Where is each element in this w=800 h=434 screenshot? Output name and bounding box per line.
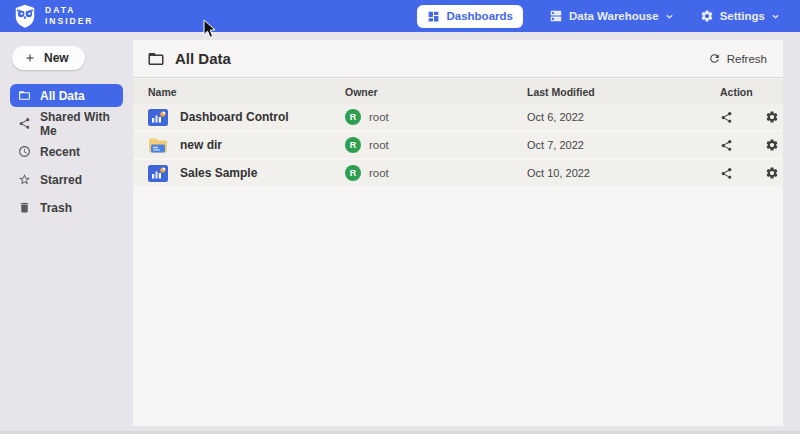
dashboards-button[interactable]: Dashboards <box>417 5 522 28</box>
owner-avatar: R <box>345 165 361 181</box>
column-header-owner: Owner <box>345 86 527 98</box>
dashboards-label: Dashboards <box>446 10 512 22</box>
gear-icon <box>765 166 779 180</box>
app-logo: DATA INSIDER <box>12 3 93 29</box>
column-header-action: Action <box>720 86 769 98</box>
table-row[interactable]: Dashboard Control R root Oct 6, 2022 <box>133 104 783 130</box>
owl-logo-icon <box>12 3 38 29</box>
column-header-name: Name <box>148 86 345 98</box>
dashboard-file-icon <box>148 109 168 126</box>
owner-avatar: R <box>345 137 361 153</box>
page-title: All Data <box>175 50 231 67</box>
folder-file-icon <box>148 137 168 154</box>
logo-wordmark: DATA INSIDER <box>45 5 93 26</box>
gear-icon <box>765 138 779 152</box>
table-row[interactable]: new dir R root Oct 7, 2022 <box>133 132 783 158</box>
plus-icon <box>24 52 36 64</box>
sidebar-item-all-data[interactable]: All Data <box>10 84 123 107</box>
owner-name: root <box>369 139 389 151</box>
table-row[interactable]: Sales Sample R root Oct 10, 2022 <box>133 160 783 186</box>
trash-icon <box>18 201 31 214</box>
file-name: Dashboard Control <box>180 110 289 124</box>
folder-icon <box>18 89 31 102</box>
chevron-down-icon <box>771 12 780 21</box>
top-bar: DATA INSIDER Dashboards Data Warehouse S… <box>0 0 800 32</box>
owner-avatar: R <box>345 109 361 125</box>
database-icon <box>549 9 563 23</box>
settings-menu[interactable]: Settings <box>700 9 780 23</box>
sidebar: New All Data Shared With Me Recent Starr… <box>0 32 133 434</box>
file-name: new dir <box>180 138 222 152</box>
sidebar-item-label: Trash <box>40 201 72 215</box>
top-navigation: Dashboards Data Warehouse Settings <box>417 5 788 28</box>
star-icon <box>18 173 31 186</box>
last-modified-date: Oct 6, 2022 <box>527 111 720 123</box>
last-modified-date: Oct 10, 2022 <box>527 167 720 179</box>
dashboard-file-icon <box>148 165 168 182</box>
main-content-card: All Data Refresh Name Owner Last Modifie… <box>133 40 783 426</box>
share-icon <box>720 139 733 152</box>
share-icon <box>720 167 733 180</box>
settings-label: Settings <box>720 10 765 22</box>
refresh-icon <box>708 52 721 65</box>
clock-icon <box>18 145 31 158</box>
sidebar-item-label: Recent <box>40 145 80 159</box>
owner-name: root <box>369 167 389 179</box>
sidebar-item-trash[interactable]: Trash <box>10 196 123 219</box>
table-header-row: Name Owner Last Modified Action <box>133 79 783 104</box>
folder-icon <box>147 50 165 68</box>
sidebar-item-shared-with-me[interactable]: Shared With Me <box>10 112 123 135</box>
gear-icon <box>765 110 779 124</box>
share-button[interactable] <box>720 139 733 152</box>
dashboard-icon <box>427 10 440 23</box>
share-icon <box>720 111 733 124</box>
row-settings-button[interactable] <box>765 138 779 152</box>
file-name: Sales Sample <box>180 166 257 180</box>
row-settings-button[interactable] <box>765 166 779 180</box>
sidebar-item-recent[interactable]: Recent <box>10 140 123 163</box>
refresh-button[interactable]: Refresh <box>708 52 767 65</box>
sidebar-item-starred[interactable]: Starred <box>10 168 123 191</box>
last-modified-date: Oct 7, 2022 <box>527 139 720 151</box>
sidebar-item-label: All Data <box>40 89 85 103</box>
column-header-last-modified: Last Modified <box>527 86 720 98</box>
sidebar-item-label: Starred <box>40 173 82 187</box>
new-button[interactable]: New <box>12 46 85 70</box>
refresh-label: Refresh <box>727 53 767 65</box>
new-button-label: New <box>44 51 69 65</box>
data-warehouse-menu[interactable]: Data Warehouse <box>549 9 674 23</box>
owner-name: root <box>369 111 389 123</box>
data-warehouse-label: Data Warehouse <box>569 10 659 22</box>
share-button[interactable] <box>720 111 733 124</box>
share-icon <box>18 117 31 130</box>
chevron-down-icon <box>665 12 674 21</box>
row-settings-button[interactable] <box>765 110 779 124</box>
sidebar-item-label: Shared With Me <box>40 110 115 138</box>
share-button[interactable] <box>720 167 733 180</box>
content-header: All Data Refresh <box>133 40 783 78</box>
gear-icon <box>700 9 714 23</box>
